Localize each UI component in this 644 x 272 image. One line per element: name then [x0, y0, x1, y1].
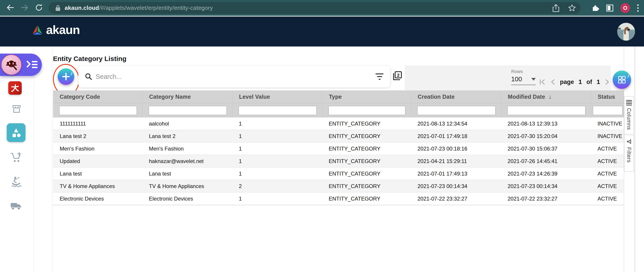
cart-add-icon[interactable] [10, 152, 22, 163]
cell-status: INACTIVE [591, 117, 624, 130]
akaun-logo[interactable]: akaun [31, 23, 80, 37]
url-text: akaun.cloud/#/applets/wavelet/erp/entity… [64, 4, 213, 11]
cell-creation-date: 2021-07-22 23:32:27 [411, 193, 501, 205]
cell-category-name: haknazar@wavelet.net [142, 155, 232, 167]
column-header-category-name[interactable]: Category Name [142, 90, 232, 103]
user-avatar[interactable] [617, 23, 635, 41]
people-search-icon [5, 58, 18, 71]
tab-columns-label: Columns [626, 108, 632, 130]
shapes-app-icon [10, 127, 22, 138]
cell-type: ENTITY_CATEGORY [322, 193, 411, 205]
cell-creation-date: 2021-07-01 17:49:18 [411, 130, 501, 142]
cell-level-value: 1 [232, 117, 322, 130]
cell-modified-date: 2021-07-22 23:32:27 [501, 193, 591, 205]
cell-modified-date: 2021-07-30 15:20:04 [501, 130, 591, 142]
table-row[interactable]: Lana test Lana test 1 ENTITY_CATEGORY 20… [53, 168, 624, 180]
sort-desc-icon: ↓ [549, 93, 552, 100]
column-header-creation-date[interactable]: Creation Date [411, 90, 501, 103]
sidebar-item-shapes-app[interactable] [7, 123, 26, 142]
table-header-row: Category Code Category Name Level Value … [53, 90, 624, 103]
cell-status: ACTIVE [591, 155, 624, 167]
sidebar-item-people-search[interactable] [1, 54, 22, 75]
filter-list-icon[interactable] [376, 73, 384, 80]
tab-filters-label: Filters [626, 147, 632, 163]
filter-input-type[interactable] [328, 106, 406, 115]
cell-modified-date: 2021-08-13 12:39:13 [501, 117, 591, 130]
page-current: 1 [578, 78, 582, 85]
tab-columns[interactable]: Columns [624, 96, 634, 134]
column-header-category-code[interactable]: Category Code [53, 90, 142, 103]
storefront-icon[interactable] [12, 104, 22, 114]
profile-badge[interactable]: O [620, 3, 630, 13]
cell-level-value: 1 [232, 155, 322, 167]
cell-creation-date: 2021-04-21 15:29:11 [411, 155, 501, 167]
cell-level-value: 1 [232, 168, 322, 180]
filter-input-category-name[interactable] [149, 106, 227, 115]
column-header-modified-date[interactable]: Modified Date↓ [501, 90, 591, 103]
filter-2-icon[interactable]: 2 [392, 71, 403, 81]
prev-page-icon[interactable] [550, 78, 556, 86]
filter-input-status[interactable] [593, 106, 622, 115]
browser-actions: O [591, 0, 639, 16]
cell-type: ENTITY_CATEGORY [322, 142, 411, 155]
grid-view-button[interactable] [613, 71, 631, 89]
page-title: Entity Category Listing [53, 55, 126, 62]
table-row[interactable]: Electronic Devices Electronic Devices 1 … [53, 193, 624, 205]
filter-input-modified-date[interactable] [507, 106, 586, 115]
scrollbar-track[interactable] [634, 47, 635, 272]
column-header-type[interactable]: Type [322, 90, 411, 103]
filter-input-level-value[interactable] [238, 106, 317, 115]
table-row[interactable]: TV & Home Appliances TV & Home Appliance… [53, 180, 624, 193]
extensions-puzzle-icon[interactable] [591, 4, 599, 12]
column-header-level-value[interactable]: Level Value [232, 90, 322, 103]
filter-input-creation-date[interactable] [417, 106, 496, 115]
search-input[interactable] [96, 73, 372, 80]
url-path: /#/applets/wavelet/erp/entity/entity-cat… [99, 4, 213, 11]
chevron-down-icon [531, 78, 536, 81]
back-icon[interactable] [6, 3, 15, 12]
forward-icon[interactable] [20, 3, 29, 12]
next-page-icon[interactable] [605, 78, 610, 86]
chevron-menu-icon[interactable] [26, 60, 38, 70]
cell-creation-date: 2021-08-13 12:34:54 [411, 117, 501, 130]
truck-icon[interactable] [10, 202, 22, 211]
add-button[interactable] [58, 68, 74, 85]
first-page-icon[interactable] [539, 78, 546, 86]
cell-level-value: 1 [232, 142, 322, 155]
tab-filters[interactable]: Filters [624, 135, 634, 172]
sidebar-item-da-app[interactable] [8, 81, 22, 95]
cell-category-code: Men's Fashion [53, 142, 142, 155]
water-ski-icon[interactable] [11, 176, 22, 188]
cell-creation-date: 2021-07-01 17:49:13 [411, 168, 501, 180]
side-panel-icon[interactable] [606, 4, 614, 12]
cell-type: ENTITY_CATEGORY [322, 117, 411, 130]
filter-input-category-code[interactable] [59, 106, 137, 115]
cell-status: ACTIVE [591, 168, 624, 180]
plus-icon [62, 73, 70, 81]
cell-modified-date: 2021-07-30 15:06:37 [501, 142, 591, 155]
bookmark-star-icon[interactable] [568, 4, 576, 12]
cell-category-code: Updated [53, 155, 142, 167]
svg-text:2: 2 [397, 73, 400, 78]
app-header: akaun [0, 16, 644, 46]
cell-category-code: TV & Home Appliances [53, 180, 142, 192]
table-row[interactable]: Lana test 2 Lana test 2 1 ENTITY_CATEGOR… [53, 130, 624, 142]
table-row[interactable]: Men's Fashion Men's Fashion 1 ENTITY_CAT… [53, 142, 624, 155]
rows-per-page-select[interactable]: Rows 100 [511, 69, 536, 85]
reload-icon[interactable] [34, 3, 44, 12]
cell-category-code: 1111111111 [53, 117, 142, 130]
cell-modified-date: 2021-07-26 14:45:41 [501, 155, 591, 167]
grid-icon [618, 75, 626, 84]
of-word: of [586, 79, 592, 85]
lock-icon [55, 5, 60, 11]
column-header-status[interactable]: Status [591, 90, 624, 103]
url-bar[interactable]: akaun.cloud/#/applets/wavelet/erp/entity… [48, 2, 581, 14]
da-app-icon [10, 83, 20, 93]
menu-dots-icon[interactable] [637, 4, 639, 12]
cell-category-name: Lana test 2 [142, 130, 232, 142]
table-row[interactable]: Updated haknazar@wavelet.net 1 ENTITY_CA… [53, 155, 624, 168]
table-row[interactable]: 1111111111 aalcohol 1 ENTITY_CATEGORY 20… [53, 117, 624, 130]
share-icon[interactable] [552, 4, 560, 12]
cell-level-value: 1 [232, 193, 322, 205]
cell-category-name: Lana test [142, 168, 232, 180]
